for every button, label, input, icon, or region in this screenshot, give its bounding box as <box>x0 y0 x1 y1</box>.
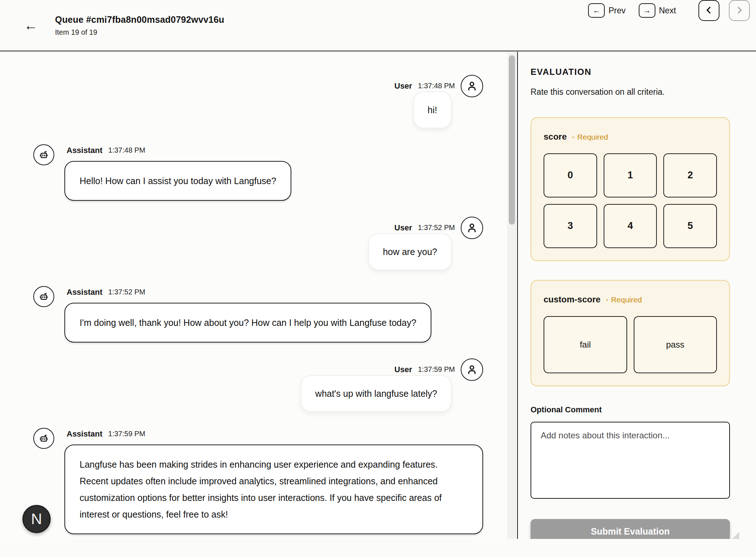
criterion-header: custom-score ·Required <box>544 294 717 305</box>
robot-avatar-icon <box>33 144 54 165</box>
annotation-queue-app: ← Queue #cmi7fba8n00msad0792wvv16u Item … <box>0 0 756 557</box>
option-grid: 012345 <box>544 153 717 248</box>
message-bubble: what's up with langfuse lately? <box>301 375 452 412</box>
chevron-left-icon <box>704 5 714 16</box>
message-body: Assistant 1:37:48 PM Hello! How can I as… <box>64 144 291 201</box>
arrow-left-icon: ← <box>588 3 605 18</box>
message-role: User <box>394 365 412 374</box>
collapse-panel-button[interactable] <box>698 0 719 21</box>
header: ← Queue #cmi7fba8n00msad0792wvv16u Item … <box>0 0 756 51</box>
evaluation-subtitle: Rate this conversation on all criteria. <box>531 87 730 97</box>
user-message: User 1:37:52 PM how are you? <box>33 217 483 270</box>
nextjs-dev-badge[interactable]: N <box>22 505 51 533</box>
assistant-message: Assistant 1:37:52 PM I'm doing well, tha… <box>33 286 483 343</box>
option-4-button[interactable]: 4 <box>604 204 657 248</box>
message-body: Assistant 1:37:52 PM I'm doing well, tha… <box>64 286 431 343</box>
message-role: User <box>394 223 412 233</box>
message-timestamp: 1:37:59 PM <box>418 365 455 374</box>
required-dot: · <box>606 295 608 304</box>
conversation-panel: User 1:37:48 PM hi! Assist <box>0 52 518 539</box>
criterion-name: custom-score <box>544 294 600 305</box>
message-timestamp: 1:37:52 PM <box>418 224 455 232</box>
message-timestamp: 1:37:59 PM <box>108 430 145 438</box>
user-message: User 1:37:59 PM what's up with langfuse … <box>33 358 483 412</box>
header-controls: ← Prev → Next <box>588 0 750 21</box>
chat-scrollbar-thumb[interactable] <box>509 55 515 225</box>
option-pass-button[interactable]: pass <box>634 316 717 373</box>
resize-grip[interactable] <box>732 532 739 539</box>
evaluation-heading: EVALUATION <box>531 67 730 77</box>
arrow-right-icon: → <box>639 3 655 18</box>
required-badge: ·Required <box>606 295 642 304</box>
assistant-message: Assistant 1:37:59 PM Langfuse has been m… <box>33 428 483 534</box>
message-role: Assistant <box>67 288 102 297</box>
message-role: Assistant <box>67 146 102 155</box>
criterion-card: score ·Required 012345 <box>531 117 730 261</box>
item-counter: Item 19 of 19 <box>55 28 224 37</box>
queue-title-block: Queue #cmi7fba8n00msad0792wvv16u Item 19… <box>55 14 224 37</box>
submit-evaluation-button[interactable]: Submit Evaluation <box>531 519 730 539</box>
robot-avatar-icon <box>33 286 54 307</box>
next-label: Next <box>659 6 676 16</box>
user-avatar-icon <box>461 358 483 381</box>
chevron-right-icon <box>735 5 744 16</box>
criteria-list: score ·Required 012345 custom-score ·Req… <box>531 117 730 386</box>
message-role: Assistant <box>67 429 102 439</box>
user-message: User 1:37:48 PM hi! <box>33 75 483 128</box>
message-timestamp: 1:37:52 PM <box>108 288 145 296</box>
expand-panel-button[interactable] <box>729 0 750 21</box>
message-role: User <box>394 81 412 91</box>
message-bubble: hi! <box>413 92 452 128</box>
message-bubble: I'm doing well, thank you! How about you… <box>64 303 431 343</box>
chat-scrollbar-track[interactable] <box>507 52 516 539</box>
criterion-card: custom-score ·Required failpass <box>531 280 730 386</box>
option-2-button[interactable]: 2 <box>663 153 717 197</box>
option-fail-button[interactable]: fail <box>544 316 627 373</box>
page-title: Queue #cmi7fba8n00msad0792wvv16u <box>55 14 224 25</box>
prev-label: Prev <box>608 6 625 16</box>
message-bubble: Hello! How can I assist you today with L… <box>64 161 291 201</box>
criterion-header: score ·Required <box>544 132 717 142</box>
robot-avatar-icon <box>33 428 54 449</box>
message-list: User 1:37:48 PM hi! Assist <box>0 52 517 539</box>
message-bubble: Langfuse has been making strides in enha… <box>64 445 483 534</box>
prev-item-button[interactable]: ← Prev <box>588 3 625 18</box>
message-timestamp: 1:37:48 PM <box>418 82 455 90</box>
message-body: Assistant 1:37:59 PM Langfuse has been m… <box>64 428 483 534</box>
comment-input[interactable] <box>531 422 730 499</box>
message-bubble: how are you? <box>368 233 452 270</box>
next-item-button[interactable]: → Next <box>639 3 676 18</box>
required-dot: · <box>572 133 575 141</box>
message-timestamp: 1:37:48 PM <box>108 146 145 154</box>
option-0-button[interactable]: 0 <box>544 153 597 197</box>
criterion-name: score <box>544 132 567 142</box>
required-badge: ·Required <box>572 133 608 141</box>
required-label: Required <box>577 133 608 141</box>
evaluation-panel: EVALUATION Rate this conversation on all… <box>518 52 756 539</box>
message-header: Assistant 1:37:52 PM <box>67 288 431 297</box>
option-3-button[interactable]: 3 <box>544 204 597 248</box>
back-button[interactable]: ← <box>24 18 38 32</box>
option-5-button[interactable]: 5 <box>663 204 717 248</box>
user-avatar-icon <box>461 75 483 97</box>
user-avatar-icon <box>461 217 483 239</box>
option-grid: failpass <box>544 316 717 373</box>
assistant-message: Assistant 1:37:48 PM Hello! How can I as… <box>33 144 483 201</box>
comment-label: Optional Comment <box>531 405 730 414</box>
message-header: Assistant 1:37:48 PM <box>67 146 291 155</box>
required-label: Required <box>611 295 642 304</box>
message-header: Assistant 1:37:59 PM <box>67 429 483 439</box>
option-1-button[interactable]: 1 <box>604 153 657 197</box>
